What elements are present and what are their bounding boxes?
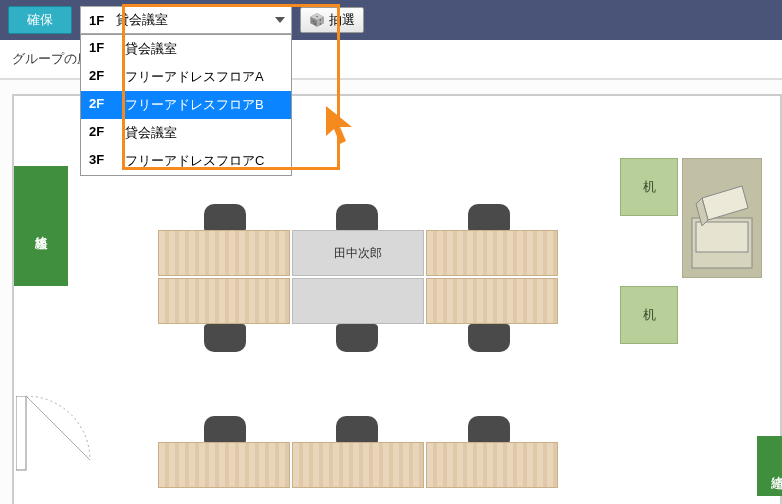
selected-floor-tag: 1F <box>89 13 104 28</box>
lottery-button[interactable]: 抽選 <box>300 7 364 33</box>
svg-rect-7 <box>696 222 748 252</box>
chair <box>468 416 510 444</box>
chair <box>468 204 510 232</box>
desk-furniture[interactable]: 机 <box>620 286 678 344</box>
seat[interactable] <box>158 442 290 488</box>
svg-point-1 <box>313 21 314 22</box>
seat[interactable] <box>426 278 558 324</box>
chair <box>336 416 378 444</box>
svg-line-11 <box>26 396 90 460</box>
bulletin-board-right[interactable]: 連絡 <box>757 436 782 496</box>
chair <box>468 324 510 352</box>
printer-icon[interactable] <box>682 158 762 278</box>
seat[interactable] <box>426 230 558 276</box>
confirm-button[interactable]: 確保 <box>8 6 72 34</box>
floor-dropdown: 1F 貸会議室 1F 貸会議室 2F フリーアドレスフロアA 2F フリーアドレ… <box>80 6 292 34</box>
chevron-down-icon <box>275 17 285 23</box>
seat-occupied[interactable] <box>292 278 424 324</box>
seat[interactable] <box>426 442 558 488</box>
bulletin-board-left[interactable]: 連絡板 <box>14 166 68 286</box>
dropdown-option[interactable]: 1F 貸会議室 <box>81 35 291 63</box>
dropdown-option[interactable]: 3F フリーアドレスフロアC <box>81 147 291 175</box>
floor-dropdown-toggle[interactable]: 1F 貸会議室 <box>80 6 292 34</box>
floor-dropdown-list: 1F 貸会議室 2F フリーアドレスフロアA 2F フリーアドレスフロアB 2F… <box>80 34 292 176</box>
seat[interactable] <box>158 230 290 276</box>
selected-floor-name: 貸会議室 <box>116 11 168 29</box>
dropdown-option[interactable]: 2F 貸会議室 <box>81 119 291 147</box>
seat[interactable] <box>158 278 290 324</box>
door-icon <box>16 396 94 477</box>
chair <box>204 416 246 444</box>
chair <box>336 204 378 232</box>
dropdown-option[interactable]: 2F フリーアドレスフロアA <box>81 63 291 91</box>
svg-point-4 <box>320 23 321 24</box>
seat[interactable] <box>292 442 424 488</box>
chair <box>336 324 378 352</box>
svg-point-0 <box>316 16 317 17</box>
desk-furniture[interactable]: 机 <box>620 158 678 216</box>
toolbar: 確保 1F 貸会議室 1F 貸会議室 2F フリーアドレスフロアA 2F フリー… <box>0 0 782 40</box>
dice-icon <box>309 12 325 28</box>
seat-occupied[interactable]: 田中次郎 <box>292 230 424 276</box>
svg-rect-10 <box>16 396 26 470</box>
svg-point-3 <box>320 19 321 20</box>
chair <box>204 204 246 232</box>
svg-point-2 <box>314 23 315 24</box>
dropdown-option[interactable]: 2F フリーアドレスフロアB <box>81 91 291 119</box>
chair <box>204 324 246 352</box>
